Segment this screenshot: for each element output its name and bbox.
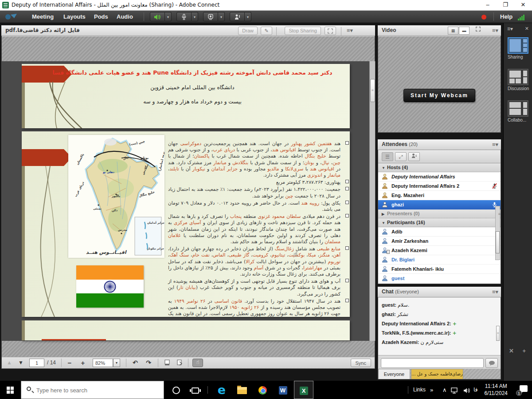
page-number-input[interactable] xyxy=(29,359,44,367)
close-button[interactable]: ✕ xyxy=(514,0,532,10)
rotate-left-icon[interactable]: ↶ xyxy=(130,359,140,367)
document-scrollbar-thumb[interactable]: ≡ xyxy=(370,79,375,102)
chat-send-button[interactable] xyxy=(485,358,498,368)
attendees-pod-resize-grip[interactable]: ≡ xyxy=(498,212,501,216)
layout-delete-icon[interactable]: ✕ xyxy=(509,348,514,354)
video-fullscreen-icon[interactable] xyxy=(473,27,483,35)
chat-pod-menu-icon[interactable]: ≡▾ xyxy=(492,288,498,295)
attendee-row[interactable]: Fatemeh Khanlari- ikiu xyxy=(378,265,501,274)
draw-button[interactable]: Draw xyxy=(238,27,258,35)
attendee-row[interactable]: Dr. Biglari xyxy=(378,255,501,265)
chat-scrollbar[interactable]: ≡ xyxy=(496,300,500,353)
tray-expand-icon[interactable]: ∧ xyxy=(442,381,447,399)
attendee-row[interactable]: Azadeh Kazemi xyxy=(378,246,501,255)
chat-scrollbar-thumb[interactable]: ≡ xyxy=(496,326,500,341)
menu-meeting[interactable]: Meeting xyxy=(32,13,54,20)
layout-item-discussion[interactable]: Discussion xyxy=(508,69,528,91)
attendees-toolbar: ☰ ⤢ xyxy=(378,150,501,163)
menu-pods[interactable]: Pods xyxy=(94,13,108,20)
word-icon[interactable]: W xyxy=(273,381,293,399)
taskbar-search[interactable] xyxy=(21,381,164,399)
single-page-view-icon[interactable] xyxy=(162,359,172,367)
raise-hand-button[interactable] xyxy=(230,12,245,21)
chrome-icon[interactable] xyxy=(253,381,272,399)
excel-icon-active[interactable]: X xyxy=(294,381,313,399)
volume-icon[interactable] xyxy=(460,381,473,399)
layout-add-icon[interactable]: + xyxy=(522,348,526,354)
pointer-tool-button[interactable]: ✎ xyxy=(261,27,272,35)
menu-audio[interactable]: Audio xyxy=(117,13,133,20)
stop-sharing-button[interactable]: Stop Sharing xyxy=(285,27,321,35)
document-view: دکتر سید محمد قاضی دانش آموخته رشته فیزی… xyxy=(2,61,376,341)
attendee-list-view-icon[interactable]: ☰ xyxy=(382,152,393,161)
minimize-button[interactable]: – xyxy=(479,0,497,10)
zoom-dropdown[interactable]: ▾ xyxy=(113,359,120,367)
start-button[interactable] xyxy=(0,381,20,399)
page-down-button[interactable]: ▼ xyxy=(16,359,26,367)
attendee-group-header[interactable]: ▼Hosts (4) xyxy=(378,163,501,172)
attendees-scrollbar-thumb[interactable] xyxy=(496,231,500,253)
attendee-row[interactable]: Amir Zarkeshan xyxy=(378,237,501,246)
chat-message: ghazi: تشکر xyxy=(382,312,497,317)
links-overflow-icon[interactable]: » xyxy=(430,381,433,399)
search-input[interactable] xyxy=(36,385,156,395)
help-menu[interactable]: Help xyxy=(500,13,512,20)
attendee-row[interactable]: ghazi xyxy=(378,200,501,209)
chat-tab-everyone[interactable]: Everyone xyxy=(378,369,410,379)
rotate-right-icon[interactable]: ↷ xyxy=(144,359,153,367)
links-toolbar[interactable]: Links xyxy=(413,381,426,399)
attendee-row[interactable]: Adib xyxy=(378,227,501,237)
layout-thumbnail-sharing[interactable] xyxy=(508,37,528,54)
file-explorer-icon[interactable] xyxy=(232,381,252,399)
layout-menu-icon[interactable]: ≡▾ xyxy=(507,26,513,32)
start-webcam-button[interactable]: Start My Webcam xyxy=(403,89,475,102)
webcam-button[interactable] xyxy=(203,12,218,21)
video-pod-menu-icon[interactable]: ≡▾ xyxy=(492,27,498,34)
layout-sidebar: ≡▾ ✕ Sharing Discussion xyxy=(503,23,532,381)
microphone-dropdown[interactable]: ▾ xyxy=(192,12,198,21)
task-view-icon[interactable] xyxy=(185,381,205,399)
document-scrollbar[interactable]: ≡ xyxy=(369,61,375,341)
webcam-dropdown[interactable]: ▾ xyxy=(218,12,225,21)
raise-hand-dropdown[interactable]: ▾ xyxy=(245,12,251,21)
attendee-status-view-icon[interactable] xyxy=(408,152,420,161)
sync-button[interactable]: Sync xyxy=(351,359,371,367)
zoom-out-button[interactable]: − xyxy=(65,359,74,367)
page-fit-icon[interactable] xyxy=(175,359,184,367)
share-pod-menu-icon[interactable]: ≡▾ xyxy=(347,27,353,34)
network-display-icon[interactable] xyxy=(448,381,461,399)
edge-icon[interactable]: e xyxy=(212,381,231,399)
attendee-row[interactable]: guest xyxy=(378,274,501,283)
notification-center-icon[interactable]: 1 xyxy=(517,385,528,394)
grid-view-icon[interactable]: ▦ xyxy=(448,27,458,35)
attendee-row[interactable]: Eng. Mazaheri xyxy=(378,191,501,200)
attendee-row[interactable]: Deputy International Affairs xyxy=(378,172,501,182)
layout-close-icon[interactable]: ✕ xyxy=(525,26,529,32)
speaker-dropdown[interactable]: ▾ xyxy=(165,12,172,21)
filmstrip-view-icon[interactable]: ▬ xyxy=(459,27,469,35)
hand-tool-button[interactable]: ☝ xyxy=(192,359,203,367)
layout-thumbnail-collaboration[interactable] xyxy=(508,100,528,117)
clock[interactable]: 11:14 AM 6/11/2024 xyxy=(485,383,508,397)
restore-button[interactable]: ❐ xyxy=(497,0,514,10)
fullscreen-icon[interactable] xyxy=(325,27,336,35)
menu-layouts[interactable]: Layouts xyxy=(63,13,86,20)
attendee-row[interactable]: Deputy International Affairs 2 xyxy=(378,182,501,191)
attendee-group-header[interactable]: ▼Participants (16) xyxy=(378,218,501,227)
layout-item-collaboration[interactable]: Collabo... xyxy=(508,100,528,122)
layout-item-sharing[interactable]: Sharing xyxy=(508,37,528,59)
attendee-group-header[interactable]: ▶Presenters (0) xyxy=(378,209,501,218)
chat-message-input[interactable] xyxy=(381,358,484,368)
zoom-level-value[interactable]: 82% xyxy=(93,359,113,367)
zoom-in-button[interactable]: + xyxy=(78,359,88,367)
layout-thumbnail-discussion[interactable] xyxy=(508,69,528,85)
chat-tab-private[interactable]: ... رضای‌فاطمه جسک و عل xyxy=(411,369,463,379)
speaker-button[interactable] xyxy=(150,12,165,21)
video-pod-body: Start My Webcam xyxy=(378,36,501,132)
attendees-pod-menu-icon[interactable]: ≡▾ xyxy=(492,141,498,148)
microphone-button[interactable] xyxy=(176,12,192,21)
cortana-icon[interactable] xyxy=(166,381,186,399)
language-indicator[interactable]: فا xyxy=(473,381,477,399)
breakout-view-icon[interactable]: ⤢ xyxy=(395,152,407,161)
page-up-button[interactable]: ▲ xyxy=(4,359,14,367)
